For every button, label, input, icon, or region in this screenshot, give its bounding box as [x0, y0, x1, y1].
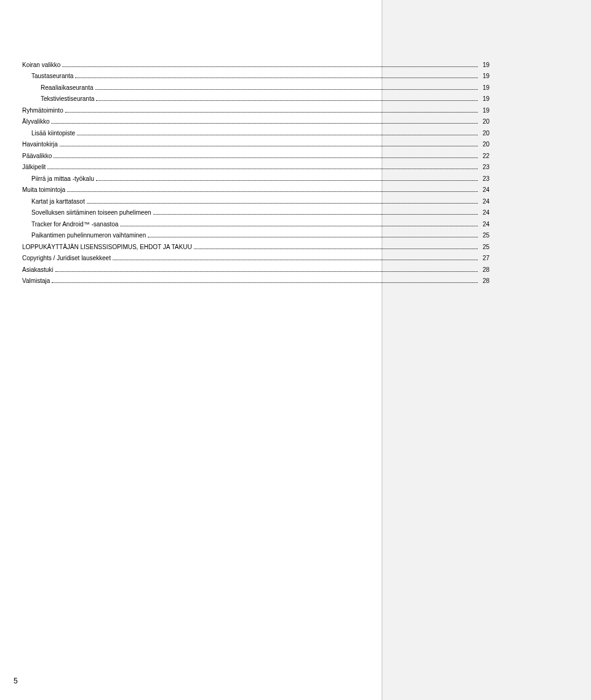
toc-entry[interactable]: Sovelluksen siirtäminen toiseen puhelime… — [31, 205, 489, 217]
toc-leader — [194, 249, 478, 249]
toc-entry-label: Paikantimen puhelinnumeron vaihtaminen — [31, 232, 146, 239]
page-number: 5 — [14, 677, 18, 685]
toc-entry-page: 22 — [480, 153, 489, 159]
toc-entry[interactable]: Lisää kiintopiste20 — [31, 125, 489, 137]
toc-entry[interactable]: Paikantimen puhelinnumeron vaihtaminen25 — [31, 228, 489, 239]
toc-leader — [96, 180, 478, 181]
toc-leader — [51, 123, 478, 124]
toc-leader — [96, 100, 478, 101]
toc-entry[interactable]: Tracker for Android™ -sanastoa24 — [31, 216, 489, 228]
toc-leader — [67, 191, 478, 192]
toc-leader — [65, 112, 478, 113]
toc-leader — [77, 135, 478, 135]
toc-leader — [55, 271, 478, 272]
toc-entry-label: Lisää kiintopiste — [31, 130, 75, 137]
toc-leader — [120, 226, 478, 226]
toc-leader — [47, 169, 478, 169]
toc-leader — [87, 203, 478, 204]
toc-entry[interactable]: Muita toimintoja24 — [22, 182, 489, 194]
toc-leader — [153, 214, 478, 215]
toc-entry[interactable]: Reaaliaikaseuranta19 — [41, 79, 489, 91]
toc-leader — [60, 146, 478, 146]
table-of-contents: Koiran valikko19Taustaseuranta19Reaaliai… — [22, 57, 489, 284]
toc-entry-page: 23 — [480, 164, 489, 170]
toc-leader — [62, 66, 478, 67]
toc-entry-label: Tracker for Android™ -sanastoa — [31, 221, 118, 228]
toc-entry-label: Tekstiviestiseuranta — [41, 95, 94, 102]
toc-leader — [75, 78, 478, 78]
toc-entry-label: Havaintokirja — [22, 141, 58, 148]
toc-entry-label: LOPPUKÄYTTÄJÄN LISENSSISOPIMUS, EHDOT JA… — [22, 244, 192, 250]
toc-entry[interactable]: LOPPUKÄYTTÄJÄN LISENSSISOPIMUS, EHDOT JA… — [22, 239, 489, 250]
toc-entry-page: 19 — [480, 107, 489, 114]
toc-entry-label: Piirrä ja mittaa -työkalu — [31, 175, 94, 182]
toc-entry-page: 25 — [480, 232, 489, 239]
toc-entry-label: Jälkipelit — [22, 164, 46, 170]
toc-entry[interactable]: Taustaseuranta19 — [31, 68, 489, 80]
toc-entry[interactable]: Valmistaja28 — [22, 273, 489, 285]
toc-entry[interactable]: Jälkipelit23 — [22, 159, 489, 171]
toc-entry-label: Valmistaja — [22, 277, 50, 284]
toc-entry-label: Päävalikko — [22, 153, 52, 159]
toc-entry-page: 25 — [480, 244, 489, 250]
toc-entry-page: 20 — [480, 118, 489, 125]
toc-entry-label: Asiakastuki — [22, 266, 54, 273]
toc-entry-page: 19 — [480, 73, 489, 79]
toc-entry[interactable]: Tekstiviestiseuranta19 — [41, 91, 489, 103]
toc-entry[interactable]: Copyrights / Juridiset lausekkeet27 — [22, 250, 489, 262]
toc-entry[interactable]: Asiakastuki28 — [22, 261, 489, 273]
toc-entry-label: Sovelluksen siirtäminen toiseen puhelime… — [31, 209, 151, 216]
toc-entry-page: 28 — [480, 266, 489, 273]
toc-entry-page: 19 — [480, 84, 489, 91]
toc-entry-page: 24 — [480, 209, 489, 216]
toc-entry-page: 20 — [480, 130, 489, 137]
toc-entry-label: Älyvalikko — [22, 118, 49, 125]
toc-entry[interactable]: Koiran valikko19 — [22, 57, 489, 68]
toc-entry-label: Taustaseuranta — [31, 73, 73, 79]
toc-entry-page: 24 — [480, 186, 489, 193]
toc-entry[interactable]: Päävalikko22 — [22, 148, 489, 159]
toc-leader — [95, 89, 478, 90]
toc-leader — [54, 157, 478, 158]
toc-leader — [113, 260, 478, 260]
toc-entry[interactable]: Kartat ja karttatasot24 — [31, 193, 489, 205]
toc-leader — [52, 282, 478, 283]
toc-entry-label: Ryhmätoiminto — [22, 107, 63, 114]
toc-entry[interactable]: Ryhmätoiminto19 — [22, 102, 489, 114]
toc-entry[interactable]: Havaintokirja20 — [22, 137, 489, 148]
toc-entry-page: 27 — [480, 255, 489, 261]
page: Koiran valikko19Taustaseuranta19Reaaliai… — [0, 0, 591, 700]
toc-entry-page: 28 — [480, 277, 489, 284]
toc-entry-label: Copyrights / Juridiset lausekkeet — [22, 255, 111, 261]
toc-entry-label: Muita toimintoja — [22, 186, 65, 193]
toc-entry-page: 19 — [480, 95, 489, 102]
toc-entry[interactable]: Piirrä ja mittaa -työkalu23 — [31, 170, 489, 182]
toc-leader — [148, 237, 478, 237]
toc-entry-page: 19 — [480, 62, 489, 68]
toc-entry-page: 24 — [480, 221, 489, 228]
toc-entry-page: 24 — [480, 198, 489, 205]
toc-entry-page: 23 — [480, 175, 489, 182]
toc-entry-label: Koiran valikko — [22, 62, 60, 68]
toc-entry[interactable]: Älyvalikko20 — [22, 114, 489, 125]
toc-entry-label: Kartat ja karttatasot — [31, 198, 85, 205]
toc-entry-page: 20 — [480, 141, 489, 148]
toc-entry-label: Reaaliaikaseuranta — [41, 84, 94, 91]
